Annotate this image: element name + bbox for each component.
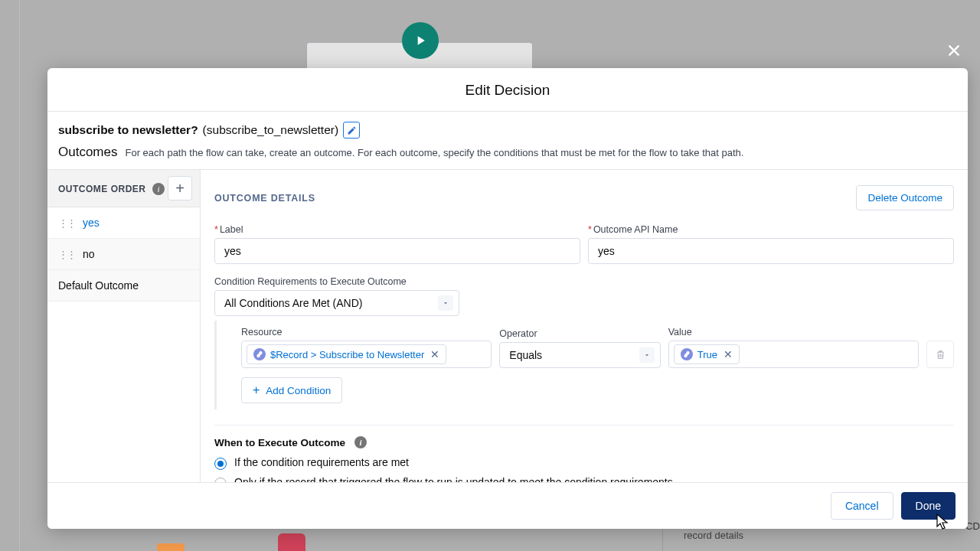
drag-handle-icon[interactable]: ⋮⋮ [58, 217, 75, 229]
outcome-details-title: OUTCOME DETAILS [214, 193, 315, 204]
remove-value-icon[interactable]: ✕ [724, 348, 733, 360]
resource-pill-text: $Record > Subscribe to Newsletter [270, 349, 424, 360]
sidebar-item-no[interactable]: ⋮⋮ no [47, 239, 200, 270]
radio-input[interactable] [214, 458, 227, 470]
condition-requirements-select[interactable]: All Conditions Are Met (AND) [214, 290, 459, 316]
close-icon[interactable] [940, 37, 968, 64]
radio-option-updated-to-meet[interactable]: Only if the record that triggered the fl… [214, 476, 954, 482]
sidebar-item-default[interactable]: Default Outcome [47, 270, 200, 302]
delete-outcome-button[interactable]: Delete Outcome [856, 185, 954, 210]
decision-name-row: subscribe to newsletter? (subscribe_to_n… [47, 112, 968, 143]
info-icon[interactable]: i [354, 436, 367, 448]
condition-requirements-label: Condition Requirements to Execute Outcom… [214, 276, 954, 287]
resource-label: Resource [241, 327, 492, 337]
play-icon [402, 22, 439, 59]
drag-handle-icon[interactable]: ⋮⋮ [58, 249, 75, 260]
outcomes-description: For each path the flow can take, create … [125, 147, 743, 158]
resource-input[interactable]: $Record > Subscribe to Newsletter ✕ [241, 341, 492, 368]
chevron-down-icon [639, 347, 655, 363]
chevron-down-icon [438, 295, 453, 311]
when-to-execute-heading: When to Execute Outcome [214, 437, 345, 448]
radio-label: Only if the record that triggered the fl… [234, 476, 673, 482]
delete-condition-button[interactable] [926, 341, 954, 368]
label-input[interactable] [214, 238, 580, 264]
api-name-input[interactable] [588, 238, 954, 264]
done-button[interactable]: Done [901, 492, 956, 520]
value-pill-text: True [697, 349, 717, 360]
cancel-button[interactable]: Cancel [831, 492, 893, 520]
edit-decision-modal: Edit Decision subscribe to newsletter? (… [47, 68, 968, 529]
value-label: Value [668, 327, 919, 337]
outcome-order-label: OUTCOME ORDER [58, 184, 146, 194]
value-pill[interactable]: True ✕ [674, 344, 740, 364]
resource-pill[interactable]: $Record > Subscribe to Newsletter ✕ [247, 344, 446, 364]
api-name-field-label: *Outcome API Name [588, 224, 954, 235]
add-condition-button[interactable]: + Add Condition [241, 377, 342, 403]
remove-resource-icon[interactable]: ✕ [430, 348, 439, 360]
bg-text: record details [684, 530, 743, 541]
outcome-sidebar: OUTCOME ORDER i + ⋮⋮ yes ⋮⋮ no Default O… [47, 170, 201, 482]
outcomes-heading: Outcomes [58, 145, 117, 160]
decision-api-name: (subscribe_to_newsletter) [203, 123, 338, 137]
info-icon[interactable]: i [152, 183, 165, 195]
operator-select[interactable]: Equals [499, 342, 660, 368]
sidebar-item-label: no [83, 248, 95, 260]
decision-label: subscribe to newsletter? [58, 123, 198, 137]
radio-option-conditions-met[interactable]: If the condition requirements are met [214, 456, 954, 470]
sidebar-item-label: yes [83, 217, 100, 229]
add-outcome-button[interactable]: + [168, 176, 192, 201]
radio-label: If the condition requirements are met [234, 456, 409, 468]
link-icon [681, 348, 693, 360]
radio-input[interactable] [214, 478, 227, 482]
modal-title: Edit Decision [47, 82, 968, 99]
modal-footer: Cancel Done [47, 482, 968, 529]
plus-icon: + [253, 384, 260, 396]
label-field-label: *Label [214, 224, 580, 235]
outcome-details: OUTCOME DETAILS Delete Outcome *Label *O… [201, 170, 968, 482]
value-input[interactable]: True ✕ [668, 341, 919, 368]
edit-name-button[interactable] [343, 122, 360, 139]
operator-label: Operator [499, 328, 660, 339]
sidebar-item-yes[interactable]: ⋮⋮ yes [47, 207, 200, 239]
link-icon [253, 348, 266, 360]
